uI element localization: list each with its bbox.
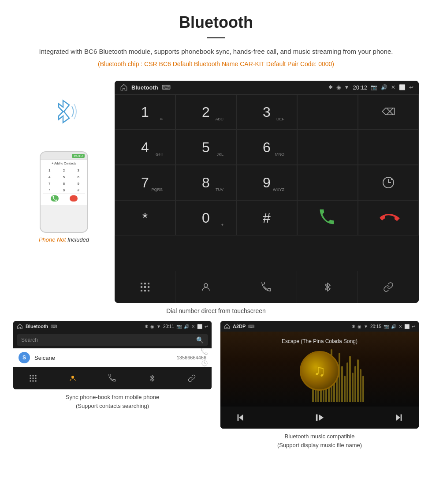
key-call-green[interactable]: [297, 200, 358, 235]
music-sig-icon: ▼: [364, 324, 368, 329]
key-redial[interactable]: [358, 165, 419, 200]
page-description: Integrated with BC6 Bluetooth module, su…: [26, 46, 406, 57]
svg-rect-20: [35, 381, 37, 382]
music-loc-icon: ◉: [358, 324, 361, 329]
key-0[interactable]: 0 +: [175, 200, 236, 235]
key-9[interactable]: 9 WXYZ: [236, 165, 297, 200]
pb-act-call[interactable]: [93, 370, 132, 387]
pb-win-icon: ⬜: [197, 324, 202, 329]
page-header: Bluetooth Integrated with BC6 Bluetooth …: [0, 0, 432, 81]
link-icon: [383, 282, 394, 292]
main-section: MOTO + Add to Contacts 1 2 3 4 5 6 7 8 9…: [0, 81, 432, 303]
action-contacts[interactable]: [175, 271, 236, 303]
bluetooth-icon: [322, 282, 333, 292]
close-icon: ✕: [391, 84, 395, 90]
pb-back-icon: ↩: [205, 324, 208, 329]
pb-call-icon: [108, 374, 116, 382]
key-1[interactable]: 1 ∞: [115, 94, 175, 130]
prev-icon: [235, 413, 245, 422]
key-call-red[interactable]: [358, 200, 419, 235]
music-next-btn[interactable]: [379, 409, 419, 426]
pb-home-icon: [17, 323, 23, 329]
phone-key: 9: [71, 181, 85, 187]
music-controls: [220, 407, 419, 429]
bluetooth-indicator: ✱: [328, 84, 333, 90]
pb-sig-icon: ▼: [156, 324, 161, 329]
key-8[interactable]: 8 TUV: [175, 165, 236, 200]
phone-key: 6: [71, 174, 85, 180]
action-call[interactable]: [236, 271, 297, 303]
pb-act-link[interactable]: [172, 370, 212, 387]
music-prev-btn[interactable]: [220, 409, 260, 426]
pb-action-bar: [13, 367, 212, 389]
music-title: A2DP: [233, 324, 246, 329]
svg-rect-8: [144, 290, 146, 291]
key-star[interactable]: *: [115, 200, 175, 235]
svg-rect-5: [144, 286, 146, 288]
key-backspace[interactable]: ⌫: [358, 94, 419, 130]
music-usb-icon: ⌨: [248, 324, 254, 329]
key-6[interactable]: 6 MNO: [236, 130, 297, 165]
svg-rect-17: [35, 378, 37, 379]
key-2[interactable]: 2 ABC: [175, 94, 236, 130]
action-link[interactable]: [358, 271, 419, 303]
music-play-btn[interactable]: [260, 409, 379, 426]
action-bluetooth[interactable]: [297, 271, 358, 303]
svg-rect-6: [148, 286, 149, 288]
pb-search-bar[interactable]: Search 🔍: [17, 334, 208, 346]
phone-included-text: Included: [67, 236, 89, 243]
music-close-icon: ✕: [398, 324, 402, 329]
pb-bluetooth-icon: [148, 374, 156, 382]
music-back-icon: ↩: [412, 324, 415, 329]
svg-rect-15: [30, 378, 31, 379]
dial-action-bar: [115, 271, 419, 303]
key-5[interactable]: 5 JKL: [175, 130, 236, 165]
redial-icon: [381, 175, 395, 190]
music-time: 20:15: [370, 324, 381, 329]
svg-rect-16: [33, 378, 34, 379]
music-block: A2DP ⌨ ✱ ◉ ▼ 20:15 📷 🔊 ✕ ⬜ ↩ Escape (The: [220, 321, 419, 449]
eq-bar: [362, 376, 364, 402]
phonebook-block: Bluetooth ⌨ ✱ ◉ ▼ 20:11 📷 🔊 ✕ ⬜ ↩ Search: [13, 321, 212, 449]
svg-marker-25: [319, 414, 324, 421]
music-bt-icon: ✱: [352, 324, 355, 329]
phone-key: 7: [43, 181, 56, 187]
page-title: Bluetooth: [26, 13, 406, 32]
pb-usb-icon: ⌨: [51, 324, 57, 329]
phone-key: 8: [57, 181, 71, 187]
pb-status-left: Bluetooth ⌨: [17, 323, 57, 329]
music-status-bar: A2DP ⌨ ✱ ◉ ▼ 20:15 📷 🔊 ✕ ⬜ ↩: [220, 321, 419, 332]
dial-status-bar: Bluetooth ⌨ ✱ ◉ ▼ 20:12 📷 🔊 ✕ ⬜ ↩: [115, 81, 419, 94]
action-apps[interactable]: [115, 271, 175, 303]
bottom-screenshots: Bluetooth ⌨ ✱ ◉ ▼ 20:11 📷 🔊 ✕ ⬜ ↩ Search: [0, 321, 432, 449]
pb-close-icon: ✕: [191, 324, 195, 329]
phone-screen-header: + Add to Contacts: [43, 162, 85, 166]
key-empty-1: [297, 94, 358, 130]
music-cam-icon: 📷: [384, 324, 389, 329]
pb-act-apps[interactable]: [13, 370, 53, 387]
home-icon: [120, 83, 128, 91]
pb-time: 20:11: [163, 324, 174, 329]
dial-screen: Bluetooth ⌨ ✱ ◉ ▼ 20:12 📷 🔊 ✕ ⬜ ↩ 1 ∞: [115, 81, 419, 303]
dial-time: 20:12: [353, 84, 367, 91]
key-hash[interactable]: #: [236, 200, 297, 235]
key-3[interactable]: 3 DEF: [236, 94, 297, 130]
music-vol-icon: 🔊: [391, 324, 396, 329]
signal-indicator: ▼: [344, 84, 350, 90]
eq-bar: [360, 369, 361, 402]
phone-area: MOTO + Add to Contacts 1 2 3 4 5 6 7 8 9…: [13, 81, 115, 243]
svg-marker-26: [396, 414, 400, 421]
pb-sync-side-icon: [201, 360, 208, 367]
svg-rect-18: [30, 381, 31, 382]
phone-key: *: [43, 187, 56, 193]
pb-bt-icon: ✱: [145, 324, 148, 329]
svg-rect-14: [35, 375, 37, 377]
music-win-icon: ⬜: [404, 324, 410, 329]
key-7[interactable]: 7 PQRS: [115, 165, 175, 200]
phone-screen: + Add to Contacts 1 2 3 4 5 6 7 8 9 * 0 …: [41, 160, 87, 205]
pb-act-bt[interactable]: [132, 370, 172, 387]
pb-act-user[interactable]: [53, 370, 93, 387]
key-4[interactable]: 4 GHI: [115, 130, 175, 165]
phone-key: 5: [57, 174, 71, 180]
pb-contact-row[interactable]: S Seicane 13566664466: [13, 348, 212, 367]
